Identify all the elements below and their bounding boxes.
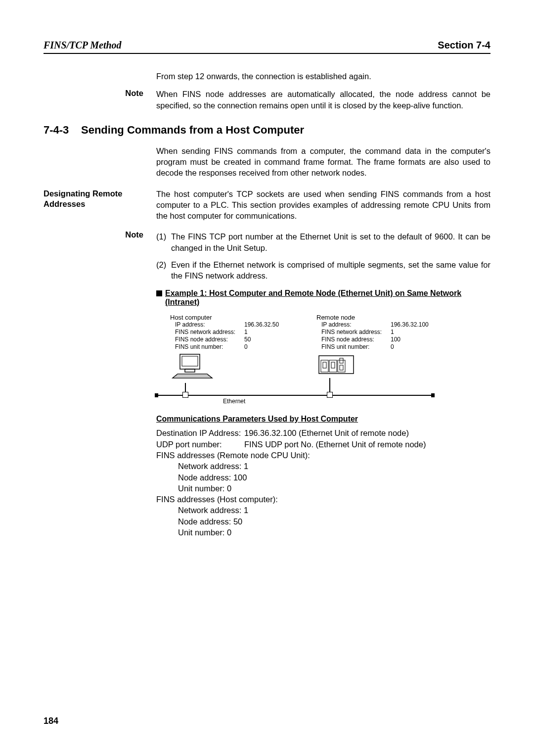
- computer-icon: [170, 353, 215, 383]
- param-line: Network address: 1: [178, 505, 490, 516]
- svg-rect-2: [185, 369, 195, 372]
- param-line: Unit number: 0: [178, 527, 490, 538]
- note-list-text: The FINS TCP port number at the Ethernet…: [171, 231, 490, 253]
- bullet-square-icon: [156, 290, 162, 296]
- param-line: Node address: 100: [178, 472, 490, 483]
- side-heading: Designating Remote Addresses: [44, 189, 156, 222]
- note-list-text: Even if the Ethernet network is comprise…: [171, 259, 490, 282]
- diag-value: 100: [391, 336, 433, 343]
- diag-label: FINS unit number:: [321, 343, 391, 350]
- diagram-remote-title: Remote node: [316, 314, 433, 321]
- side-heading-block: Designating Remote Addresses The host co…: [44, 189, 490, 222]
- note-block-1: Note When FINS node addresses are automa…: [44, 89, 490, 111]
- example-title: Example 1: Host Computer and Remote Node…: [156, 289, 490, 307]
- note-list-num: (1): [156, 231, 171, 253]
- network-diagram: Host computer IP address: 196.36.32.50 F…: [156, 314, 433, 403]
- example-title-text: Example 1: Host Computer and Remote Node…: [165, 289, 490, 307]
- svg-rect-12: [340, 365, 343, 370]
- param-line: Network address: 1: [178, 461, 490, 472]
- diag-label: FINS node address:: [175, 336, 244, 343]
- param-value: FINS UDP port No. (Ethernet Unit of remo…: [244, 439, 490, 450]
- param-subheading: FINS addresses (Host computer):: [156, 494, 490, 505]
- note-text: When FINS node addresses are automatical…: [156, 89, 490, 111]
- plc-icon: [316, 353, 361, 378]
- diag-label: IP address:: [321, 321, 391, 328]
- header-right: Section 7-4: [438, 40, 490, 51]
- param-label: UDP port number:: [156, 439, 244, 450]
- diag-label: IP address:: [175, 321, 244, 328]
- note-list-item: (2) Even if the Ethernet network is comp…: [156, 259, 490, 282]
- section-number: 7-4-3: [44, 124, 81, 137]
- diagram-host-title: Host computer: [170, 314, 287, 321]
- intro-paragraph: From step 12 onwards, the connection is …: [156, 71, 490, 82]
- section-heading: 7-4-3 Sending Commands from a Host Compu…: [44, 124, 490, 137]
- header-left: FINS/TCP Method: [44, 40, 122, 51]
- svg-rect-1: [182, 356, 198, 366]
- diag-label: FINS network address:: [321, 329, 391, 335]
- ethernet-line: [156, 395, 433, 396]
- diag-value: 196.36.32.50: [244, 321, 287, 328]
- drop-node: [327, 392, 333, 398]
- diag-value: 0: [391, 343, 433, 350]
- diag-value: 0: [244, 343, 287, 350]
- diag-value: 1: [244, 329, 287, 335]
- note-label: Note: [44, 89, 156, 111]
- side-paragraph: The host computer's TCP sockets are used…: [156, 189, 490, 222]
- ethernet-endcap: [155, 393, 158, 397]
- note-list-num: (2): [156, 259, 171, 282]
- params-heading: Communications Parameters Used by Host C…: [156, 415, 490, 424]
- note-label-2: Note: [44, 230, 156, 281]
- section-paragraph: When sending FINS commands from a comput…: [156, 145, 490, 179]
- diag-value: 50: [244, 336, 287, 343]
- diag-label: FINS network address:: [175, 329, 244, 335]
- svg-rect-5: [319, 356, 354, 374]
- param-line: Node address: 50: [178, 516, 490, 527]
- page-number: 184: [44, 716, 58, 726]
- drop-node: [182, 392, 188, 398]
- svg-rect-11: [340, 358, 343, 363]
- param-value: 196.36.32.100 (Ethernet Unit of remote n…: [244, 427, 490, 438]
- page-header: FINS/TCP Method Section 7-4: [44, 40, 490, 54]
- diag-value: 1: [391, 329, 433, 335]
- param-subheading: FINS addresses (Remote node CPU Unit):: [156, 450, 490, 461]
- note-block-2: Note (1) The FINS TCP port number at the…: [44, 230, 490, 281]
- note-list: (1) The FINS TCP port number at the Ethe…: [156, 231, 490, 281]
- param-line: Unit number: 0: [178, 483, 490, 494]
- ethernet-label: Ethernet: [223, 398, 245, 405]
- params-block: Destination IP Address: 196.36.32.100 (E…: [156, 427, 490, 538]
- diag-value: 196.36.32.100: [391, 321, 433, 328]
- diag-label: FINS node address:: [321, 336, 391, 343]
- note-list-item: (1) The FINS TCP port number at the Ethe…: [156, 231, 490, 253]
- svg-rect-7: [323, 362, 326, 368]
- param-label: Destination IP Address:: [156, 427, 244, 438]
- ethernet-endcap: [431, 393, 435, 397]
- svg-rect-9: [331, 362, 335, 368]
- diag-label: FINS unit number:: [175, 343, 244, 350]
- section-title: Sending Commands from a Host Computer: [81, 124, 304, 137]
